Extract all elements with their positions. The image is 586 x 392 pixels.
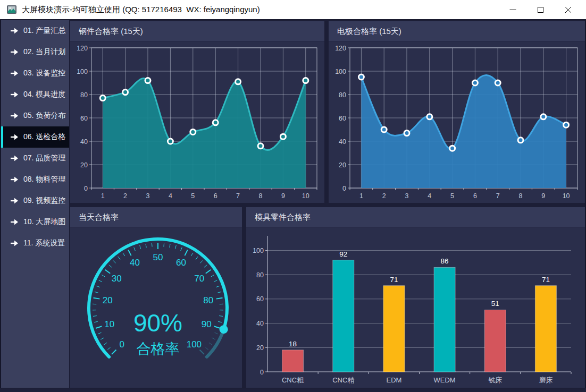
svg-text:40: 40 <box>339 138 346 146</box>
arrow-right-icon <box>10 134 19 140</box>
svg-text:7: 7 <box>496 192 500 200</box>
svg-text:3: 3 <box>405 192 409 200</box>
svg-text:8: 8 <box>259 192 263 200</box>
sidebar-item-10[interactable]: 10. 大屏地图 <box>1 211 69 233</box>
arrow-right-icon <box>10 240 19 246</box>
sidebar-item-label: 04. 模具进度 <box>23 90 65 99</box>
svg-text:100: 100 <box>187 339 202 350</box>
svg-text:10: 10 <box>104 319 114 329</box>
svg-text:20: 20 <box>339 161 346 169</box>
svg-text:80: 80 <box>80 91 88 99</box>
svg-text:5: 5 <box>450 192 454 200</box>
electrode-pass-rate-area-chart: 02040608010012012345678910 <box>329 41 585 203</box>
svg-text:2: 2 <box>123 192 127 200</box>
sidebar-item-11[interactable]: 11. 系统设置 <box>1 233 69 254</box>
footer-strip <box>0 388 586 392</box>
sidebar-item-06[interactable]: 06. 送检合格 <box>1 126 69 148</box>
sidebar-item-label: 07. 品质管理 <box>23 154 65 163</box>
sidebar-item-label: 02. 当月计划 <box>23 47 65 57</box>
svg-text:20: 20 <box>103 295 113 305</box>
window-controls <box>499 0 582 19</box>
svg-text:60: 60 <box>339 115 346 122</box>
sidebar-item-02[interactable]: 02. 当月计划 <box>1 41 69 63</box>
svg-text:9: 9 <box>541 192 545 200</box>
close-button[interactable] <box>554 0 582 19</box>
svg-text:20: 20 <box>80 161 88 169</box>
svg-text:60: 60 <box>80 115 88 122</box>
svg-text:CNC粗: CNC粗 <box>282 376 304 384</box>
svg-text:CNC精: CNC精 <box>332 376 354 384</box>
svg-text:4: 4 <box>428 192 431 200</box>
app-icon <box>6 4 17 15</box>
sidebar-item-label: 10. 大屏地图 <box>23 217 65 227</box>
svg-text:7: 7 <box>236 192 240 200</box>
minimize-button[interactable] <box>499 0 526 19</box>
maximize-icon <box>537 6 544 13</box>
svg-text:10: 10 <box>302 192 309 200</box>
panel-today-pass-rate: 当天合格率 010203040506070809010090%合格率 <box>70 207 242 388</box>
sidebar-item-04[interactable]: 04. 模具进度 <box>1 84 69 105</box>
svg-text:0: 0 <box>119 339 124 350</box>
arrow-right-icon <box>10 113 19 119</box>
arrow-right-icon <box>10 70 19 76</box>
sidebar-item-07[interactable]: 07. 品质管理 <box>1 148 69 169</box>
svg-text:40: 40 <box>256 320 264 327</box>
panel-title-today: 当天合格率 <box>70 207 242 227</box>
svg-text:40: 40 <box>80 138 88 146</box>
svg-text:51: 51 <box>491 300 499 308</box>
panel-steel-pass-rate: 钢件合格率 (15天) 02040608010012012345678910 <box>70 21 324 203</box>
svg-text:6: 6 <box>473 192 477 200</box>
svg-text:2: 2 <box>382 192 386 200</box>
sidebar-item-label: 01. 产量汇总 <box>23 26 65 36</box>
steel-pass-rate-area-chart: 02040608010012012345678910 <box>70 41 324 203</box>
sidebar-item-01[interactable]: 01. 产量汇总 <box>1 20 69 41</box>
window-title: 大屏模块演示-均可独立使用 (QQ: 517216493 WX: feiyang… <box>22 5 499 15</box>
svg-text:0: 0 <box>84 185 88 192</box>
arrow-right-icon <box>10 28 19 34</box>
maximize-button[interactable] <box>526 0 554 19</box>
mold-parts-pass-rate-bar-chart: 02040608010018CNC粗92CNC精71EDM86WEDM51铣床7… <box>246 227 585 388</box>
panel-title-electrode: 电极合格率 (15天) <box>329 21 585 41</box>
svg-text:合格率: 合格率 <box>137 341 180 357</box>
minimize-icon <box>509 6 516 13</box>
close-icon <box>565 6 572 13</box>
sidebar-item-label: 09. 视频监控 <box>23 196 65 206</box>
svg-text:0: 0 <box>342 185 346 192</box>
svg-text:8: 8 <box>519 192 523 200</box>
arrow-right-icon <box>10 91 19 98</box>
svg-text:4: 4 <box>169 192 172 200</box>
sidebar: 01. 产量汇总02. 当月计划03. 设备监控04. 模具进度05. 负荷分布… <box>0 20 69 388</box>
panel-title-steel: 钢件合格率 (15天) <box>70 21 324 41</box>
svg-text:100: 100 <box>253 247 264 254</box>
svg-text:100: 100 <box>335 68 346 75</box>
svg-text:40: 40 <box>130 258 140 268</box>
svg-text:71: 71 <box>542 276 550 284</box>
sidebar-item-label: 03. 设备监控 <box>23 69 65 78</box>
panel-mold-parts-pass-rate: 模具零件合格率 02040608010018CNC粗92CNC精71EDM86W… <box>246 207 585 388</box>
svg-text:71: 71 <box>390 276 398 284</box>
svg-text:100: 100 <box>77 68 88 75</box>
svg-text:90%: 90% <box>133 309 182 337</box>
svg-text:70: 70 <box>194 274 204 284</box>
arrow-right-icon <box>10 219 19 225</box>
svg-text:120: 120 <box>335 45 346 52</box>
arrow-right-icon <box>10 176 19 183</box>
svg-text:120: 120 <box>77 45 88 52</box>
svg-text:92: 92 <box>339 250 347 258</box>
svg-text:EDM: EDM <box>386 376 401 384</box>
svg-text:WEDM: WEDM <box>433 376 455 384</box>
svg-text:80: 80 <box>256 271 264 279</box>
arrow-right-icon <box>10 198 19 204</box>
svg-text:1: 1 <box>359 192 363 200</box>
sidebar-item-label: 05. 负荷分布 <box>23 111 65 121</box>
svg-text:0: 0 <box>260 369 264 376</box>
panel-title-parts: 模具零件合格率 <box>246 207 585 227</box>
sidebar-item-05[interactable]: 05. 负荷分布 <box>1 105 69 126</box>
svg-text:50: 50 <box>153 252 163 262</box>
titlebar: 大屏模块演示-均可独立使用 (QQ: 517216493 WX: feiyang… <box>0 0 586 20</box>
svg-text:60: 60 <box>256 295 264 303</box>
sidebar-item-09[interactable]: 09. 视频监控 <box>1 190 69 211</box>
picture-icon <box>6 4 17 15</box>
sidebar-item-08[interactable]: 08. 物料管理 <box>1 169 69 190</box>
sidebar-item-03[interactable]: 03. 设备监控 <box>1 63 69 84</box>
